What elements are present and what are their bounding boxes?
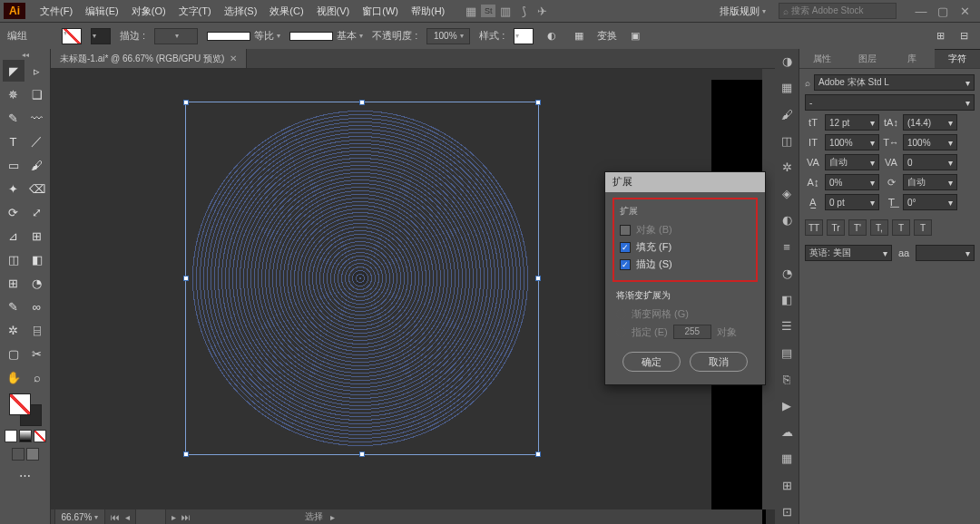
tool-type[interactable]: T [3, 131, 24, 152]
dock-pathfinder-icon[interactable]: ⊞ [778, 477, 796, 494]
search-stock[interactable]: ⌕ 搜索 Adobe Stock [779, 3, 897, 19]
stroke-weight-field[interactable] [154, 28, 198, 44]
tab-libraries[interactable]: 库 [890, 49, 936, 68]
tool-line[interactable]: ／ [26, 131, 48, 152]
dock-links-icon[interactable]: ⎘ [778, 371, 796, 388]
dock-color-guide-icon[interactable]: ◐ [778, 211, 796, 228]
workspace-switcher[interactable]: 排版规则 [714, 2, 771, 21]
handle-br[interactable] [535, 451, 541, 457]
tool-mesh[interactable]: ⊞ [3, 272, 24, 294]
checkbox-fill-row[interactable]: ✓ 填充 (F) [620, 240, 750, 254]
menu-object[interactable]: 对象(O) [126, 2, 172, 21]
nav-prev-first-icon[interactable]: ⏮ [111, 512, 120, 522]
dock-actions-icon[interactable]: ▶ [778, 397, 796, 414]
dialog-title[interactable]: 扩展 [605, 172, 765, 192]
color-mode-none[interactable] [34, 430, 46, 442]
dock-brushes-icon[interactable]: 🖌 [778, 105, 796, 122]
screen-mode-normal[interactable] [12, 448, 24, 461]
fill-box[interactable] [9, 393, 31, 415]
tool-free-transform[interactable]: ⊞ [26, 225, 48, 247]
aa-b-field[interactable]: 0°▾ [903, 194, 957, 210]
antialias-field[interactable]: ▾ [916, 245, 975, 261]
checkbox-stroke-row[interactable]: ✓ 描边 (S) [620, 257, 750, 271]
tool-scale[interactable]: ⤢ [26, 201, 48, 223]
tool-selection[interactable]: ◤ [3, 60, 24, 82]
dock-align-icon[interactable]: ▦ [778, 450, 796, 467]
font-size-field[interactable]: 12 pt▾ [825, 114, 879, 131]
close-icon[interactable]: ✕ [230, 53, 237, 63]
window-maximize[interactable]: ▢ [936, 5, 949, 17]
dock-symbols-icon[interactable]: ✲ [778, 159, 796, 176]
tools-collapse[interactable]: ◂◂ [2, 51, 48, 60]
menu-file[interactable]: 文件(F) [34, 2, 78, 21]
arrange-icon[interactable]: ▥ [497, 3, 514, 19]
checkbox-stroke[interactable]: ✓ [620, 259, 631, 270]
transform-label[interactable]: 变换 [597, 29, 617, 43]
menu-help[interactable]: 帮助(H) [406, 2, 450, 21]
type-style-btn-3[interactable]: T, [870, 219, 888, 236]
color-mode-gradient[interactable] [19, 430, 32, 442]
dock-artboards-icon[interactable]: ▤ [778, 344, 796, 361]
hscale-field[interactable]: 100%▾ [903, 134, 957, 150]
menu-view[interactable]: 视图(V) [311, 2, 356, 21]
tab-layers[interactable]: 图层 [845, 49, 890, 68]
font-family-field[interactable]: Adobe 宋体 Std L▾ [814, 74, 975, 91]
tool-symbol-sprayer[interactable]: ✲ [3, 319, 24, 341]
window-minimize[interactable]: — [915, 5, 927, 17]
tool-rectangle[interactable]: ▭ [3, 154, 24, 176]
aa-a-field[interactable]: 0 pt▾ [825, 194, 879, 210]
font-search-icon[interactable]: ⌕ [805, 78, 810, 88]
selection-bounding-box[interactable] [185, 102, 539, 455]
status-menu-icon[interactable]: ▸ [330, 512, 335, 522]
tab-properties[interactable]: 属性 [799, 49, 845, 68]
char-rotate-field[interactable]: 自动▾ [903, 174, 957, 190]
tool-curvature[interactable]: 〰 [26, 107, 48, 129]
tool-hand[interactable]: ✋ [3, 366, 24, 388]
language-field[interactable]: 英语: 美国▾ [805, 245, 892, 261]
nav-next-last-icon[interactable]: ⏭ [181, 512, 191, 522]
bridge-icon[interactable]: ▦ [463, 3, 479, 19]
stroke-swatch[interactable] [91, 28, 111, 44]
brush-definition[interactable]: 基本 [337, 29, 363, 43]
tool-pen[interactable]: ✎ [3, 107, 24, 129]
dock-styles-icon[interactable]: ◫ [778, 132, 796, 150]
tool-rotate[interactable]: ⟳ [3, 201, 24, 223]
type-style-btn-1[interactable]: Tr [827, 219, 845, 236]
dock-stroke-icon[interactable]: ≡ [778, 238, 796, 256]
menu-effect[interactable]: 效果(C) [264, 2, 309, 21]
dock-libraries-icon[interactable]: ☁ [778, 423, 796, 441]
handle-tc[interactable] [359, 100, 365, 105]
stock-icon[interactable]: St [481, 5, 495, 17]
color-mode-color[interactable] [5, 430, 17, 442]
cancel-button[interactable]: 取消 [690, 352, 748, 372]
handle-ml[interactable] [183, 276, 189, 281]
handle-bc[interactable] [359, 451, 365, 457]
menu-select[interactable]: 选择(S) [219, 2, 263, 21]
fill-stroke-control[interactable] [9, 393, 42, 426]
window-close[interactable]: ✕ [958, 5, 971, 17]
tool-paintbrush[interactable]: 🖌 [26, 154, 48, 176]
document-tab[interactable]: 未标题-1.ai* @ 66.67% (RGB/GPU 预览) ✕ [51, 49, 247, 68]
handle-bl[interactable] [183, 451, 189, 457]
type-style-btn-5[interactable]: T [914, 219, 932, 236]
tracking-field[interactable]: 0▾ [903, 154, 957, 170]
dock-swatches-icon[interactable]: ▦ [778, 79, 796, 96]
opacity-field[interactable]: 100% [426, 28, 470, 44]
vscale-field[interactable]: 100%▾ [825, 134, 879, 150]
tab-character[interactable]: 字符 [935, 49, 980, 68]
kerning-field[interactable]: 自动▾ [825, 154, 879, 170]
baseline-shift-field[interactable]: 0%▾ [825, 174, 879, 190]
dock-layers-icon[interactable]: ☰ [778, 317, 796, 335]
style-swatch[interactable] [514, 28, 534, 44]
tool-gradient[interactable]: ◔ [26, 272, 48, 294]
font-style-field[interactable]: -▾ [805, 94, 975, 111]
type-style-btn-2[interactable]: T' [848, 219, 867, 236]
dock-appearance-icon[interactable]: ◈ [778, 185, 796, 202]
tool-column-graph[interactable]: ⌸ [26, 319, 48, 341]
ok-button[interactable]: 确定 [622, 352, 681, 372]
share-icon[interactable]: ✈ [534, 3, 550, 19]
tool-lasso[interactable]: ❑ [26, 83, 48, 105]
opt-extra-2[interactable]: ⊟ [955, 27, 973, 45]
tool-width[interactable]: ⊿ [3, 225, 24, 247]
tool-slice[interactable]: ✂ [26, 343, 48, 364]
